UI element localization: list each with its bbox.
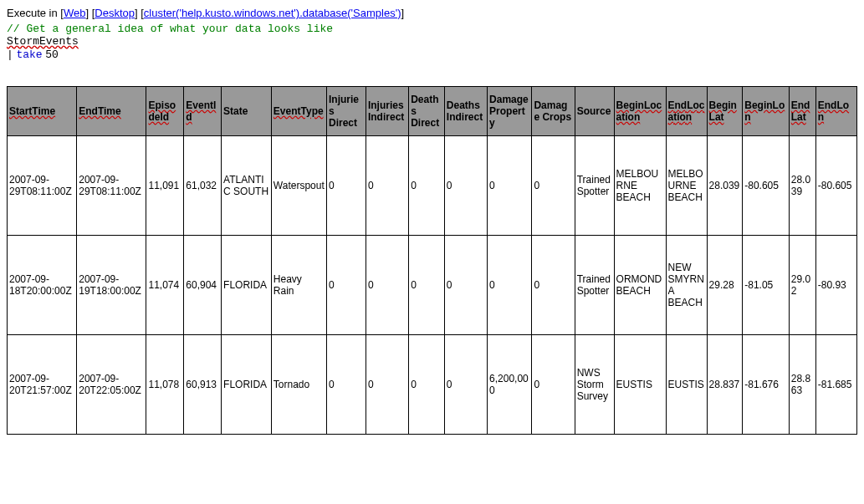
table-cell[interactable]: 29.28 (707, 236, 743, 335)
table-cell[interactable]: -80.605 (815, 136, 856, 236)
table-cell[interactable]: 0 (366, 136, 408, 236)
table-cell[interactable]: EUSTIS (666, 335, 707, 435)
table-header-cell[interactable]: StartTime (8, 87, 77, 136)
table-header-cell[interactable]: BeginLon (743, 87, 789, 136)
table-cell[interactable]: 0 (327, 136, 366, 236)
table-cell[interactable]: -80.93 (815, 236, 856, 335)
table-cell[interactable]: NWS Storm Survey (575, 335, 614, 435)
table-cell[interactable]: 0 (409, 335, 445, 435)
table-cell[interactable]: Waterspout (271, 136, 326, 236)
table-cell[interactable]: Trained Spotter (575, 136, 614, 236)
table-header-row: StartTimeEndTimeEpisodeIdEventIdStateEve… (8, 87, 857, 136)
code-table-name: StormEvents (7, 35, 857, 48)
table-cell[interactable]: FLORIDA (222, 335, 272, 435)
table-cell[interactable]: Heavy Rain (271, 236, 326, 335)
table-cell[interactable]: 0 (488, 136, 532, 236)
table-cell[interactable]: MELBOURNE BEACH (666, 136, 707, 236)
code-take-number: 50 (45, 48, 59, 61)
table-row: 2007-09-29T08:11:00Z2007-09-29T08:11:00Z… (8, 136, 857, 236)
table-cell[interactable]: Trained Spotter (575, 236, 614, 335)
table-header-cell[interactable]: Damage Property (488, 87, 532, 136)
link-web[interactable]: Web (64, 7, 86, 19)
table-cell[interactable]: 0 (444, 335, 487, 435)
table-cell[interactable]: 11,091 (146, 136, 184, 236)
table-cell[interactable]: 0 (366, 335, 408, 435)
table-cell[interactable]: 2007-09-18T20:00:00Z (8, 236, 77, 335)
table-cell[interactable]: -80.605 (743, 136, 789, 236)
table-header-cell[interactable]: EndTime (77, 87, 146, 136)
table-cell[interactable]: 0 (366, 236, 408, 335)
link-desktop[interactable]: Desktop (95, 7, 135, 19)
table-cell[interactable]: ATLANTIC SOUTH (222, 136, 272, 236)
table-row: 2007-09-20T21:57:00Z2007-09-20T22:05:00Z… (8, 335, 857, 435)
table-cell[interactable]: 2007-09-29T08:11:00Z (77, 136, 146, 236)
table-cell[interactable]: 61,032 (184, 136, 222, 236)
table-header-cell[interactable]: Source (575, 87, 614, 136)
table-cell[interactable]: NEW SMYRNA BEACH (666, 236, 707, 335)
table-cell[interactable]: 11,078 (146, 335, 184, 435)
table-cell[interactable]: 28.039 (789, 136, 815, 236)
table-header-cell[interactable]: EndLat (789, 87, 815, 136)
table-cell[interactable]: FLORIDA (222, 236, 272, 335)
table-header-cell[interactable]: EventId (184, 87, 222, 136)
table-cell[interactable]: 11,074 (146, 236, 184, 335)
table-cell[interactable]: 0 (532, 335, 575, 435)
table-header-cell[interactable]: Deaths Indirect (444, 87, 487, 136)
table-header-cell[interactable]: EndLon (815, 87, 856, 136)
table-cell[interactable]: 28.837 (707, 335, 743, 435)
table-cell[interactable]: 2007-09-20T21:57:00Z (8, 335, 77, 435)
table-cell[interactable]: -81.05 (743, 236, 789, 335)
table-cell[interactable]: 0 (444, 236, 487, 335)
table-cell[interactable]: EUSTIS (614, 335, 666, 435)
table-cell[interactable]: 0 (488, 236, 532, 335)
table-header-cell[interactable]: EventType (271, 87, 326, 136)
code-comment: // Get a general idea of what your data … (7, 23, 857, 35)
table-row: 2007-09-18T20:00:00Z2007-09-19T18:00:00Z… (8, 236, 857, 335)
execute-line: Execute in [Web] [Desktop] [cluster('hel… (7, 7, 857, 19)
table-cell[interactable]: 0 (444, 136, 487, 236)
table-header-cell[interactable]: BeginLat (707, 87, 743, 136)
table-cell[interactable]: 28.039 (707, 136, 743, 236)
code-take-line: | take 50 (7, 48, 857, 61)
link-cluster[interactable]: cluster('help.kusto.windows.net').databa… (144, 7, 401, 19)
table-header-cell[interactable]: EpisodeId (146, 87, 184, 136)
table-cell[interactable]: 2007-09-20T22:05:00Z (77, 335, 146, 435)
table-cell[interactable]: 29.02 (789, 236, 815, 335)
table-cell[interactable]: 0 (409, 236, 445, 335)
table-cell[interactable]: 6,200,000 (488, 335, 532, 435)
table-cell[interactable]: 60,913 (184, 335, 222, 435)
table-cell[interactable]: 0 (327, 335, 366, 435)
table-header-cell[interactable]: Injuries Direct (327, 87, 366, 136)
table-cell[interactable]: 2007-09-29T08:11:00Z (8, 136, 77, 236)
results-table: StartTimeEndTimeEpisodeIdEventIdStateEve… (7, 86, 857, 435)
table-cell[interactable]: 2007-09-19T18:00:00Z (77, 236, 146, 335)
table-header-cell[interactable]: State (222, 87, 272, 136)
table-cell[interactable]: 0 (327, 236, 366, 335)
table-cell[interactable]: 0 (409, 136, 445, 236)
table-cell[interactable]: ORMOND BEACH (614, 236, 666, 335)
table-cell[interactable]: MELBOURNE BEACH (614, 136, 666, 236)
table-cell[interactable]: 60,904 (184, 236, 222, 335)
table-cell[interactable]: 0 (532, 136, 575, 236)
table-cell[interactable]: -81.676 (743, 335, 789, 435)
table-header-cell[interactable]: BeginLocation (614, 87, 666, 136)
code-take-keyword: take (16, 48, 42, 61)
table-header-cell[interactable]: EndLocation (666, 87, 707, 136)
table-cell[interactable]: Tornado (271, 335, 326, 435)
table-cell[interactable]: 0 (532, 236, 575, 335)
table-header-cell[interactable]: Injuries Indirect (366, 87, 408, 136)
execute-label: Execute in (7, 7, 58, 19)
table-header-cell[interactable]: Damage Crops (532, 87, 575, 136)
table-cell[interactable]: -81.685 (815, 335, 856, 435)
table-header-cell[interactable]: Deaths Direct (409, 87, 445, 136)
table-cell[interactable]: 28.863 (789, 335, 815, 435)
code-pipe: | (7, 48, 13, 61)
